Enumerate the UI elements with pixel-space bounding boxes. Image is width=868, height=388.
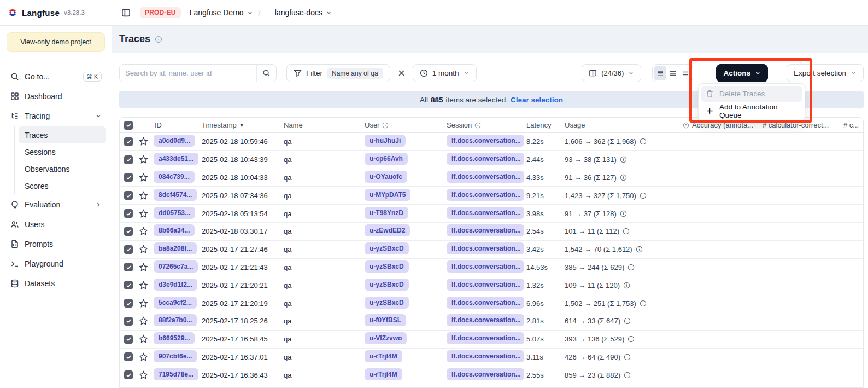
- star-icon[interactable]: [136, 352, 150, 362]
- header-score-misc[interactable]: # c...: [841, 121, 863, 129]
- search-icon[interactable]: [256, 65, 276, 82]
- row-checkbox[interactable]: [124, 137, 133, 146]
- table-row[interactable]: 88f2a7b0... 2025-02-17 18:25:26 qa u-f0Y…: [120, 312, 863, 331]
- header-latency[interactable]: Latency: [524, 121, 561, 129]
- row-checkbox[interactable]: [124, 227, 133, 236]
- session-badge[interactable]: lf.docs.conversation...: [447, 242, 524, 254]
- info-icon[interactable]: [627, 264, 635, 271]
- star-icon[interactable]: [136, 209, 150, 218]
- row-checkbox[interactable]: [124, 209, 133, 218]
- user-badge[interactable]: u-yzSBxcD: [365, 260, 409, 273]
- row-checkbox[interactable]: [124, 335, 133, 344]
- trace-id-badge[interactable]: ba8a208f...: [154, 242, 197, 254]
- info-icon[interactable]: [624, 317, 631, 325]
- star-icon[interactable]: [136, 316, 150, 326]
- row-checkbox[interactable]: [124, 281, 133, 289]
- star-icon[interactable]: [136, 227, 150, 236]
- session-badge[interactable]: lf.docs.conversation...: [447, 350, 524, 362]
- trace-id-badge[interactable]: 8dcf4574...: [154, 189, 197, 201]
- user-badge[interactable]: u-rTrjI4M: [365, 368, 402, 380]
- info-icon[interactable]: [624, 372, 631, 379]
- column-visibility-button[interactable]: (24/36): [582, 64, 641, 82]
- sidebar-item-playground[interactable]: Playground: [5, 254, 106, 274]
- user-badge[interactable]: u-T98YnzD: [365, 207, 408, 219]
- info-icon[interactable]: [624, 354, 631, 361]
- row-height-large-icon[interactable]: [679, 66, 691, 80]
- header-id[interactable]: ID: [150, 121, 201, 129]
- table-row[interactable]: dd05753... 2025-02-18 05:13:54 qa u-T98Y…: [120, 205, 863, 223]
- sidebar-item-sessions[interactable]: Sessions: [19, 143, 106, 160]
- header-timestamp[interactable]: Timestamp ▼: [201, 121, 281, 129]
- star-icon[interactable]: [136, 155, 150, 164]
- trace-id-badge[interactable]: a433de51...: [154, 153, 198, 165]
- clear-filter-button[interactable]: [398, 70, 405, 77]
- info-icon[interactable]: [627, 335, 635, 343]
- info-icon[interactable]: [155, 36, 162, 43]
- session-badge[interactable]: lf.docs.conversation...: [447, 279, 524, 291]
- table-row[interactable]: 7195d78e... 2025-02-17 16:36:43 qa u-rTr…: [120, 366, 863, 384]
- info-icon[interactable]: [640, 300, 647, 307]
- sidebar-item-prompts[interactable]: Prompts: [5, 234, 106, 254]
- star-icon[interactable]: [136, 173, 150, 182]
- user-badge[interactable]: u-yzSBxcD: [365, 279, 409, 291]
- trace-id-badge[interactable]: 88f2a7b0...: [154, 314, 197, 326]
- trace-id-badge[interactable]: b669529...: [154, 332, 195, 344]
- row-checkbox[interactable]: [124, 155, 133, 164]
- info-icon[interactable]: [640, 192, 647, 199]
- info-icon[interactable]: [620, 174, 627, 181]
- star-icon[interactable]: [136, 263, 150, 272]
- user-badge[interactable]: u-yzSBxcD: [365, 297, 409, 309]
- user-badge[interactable]: u-OYauofc: [365, 171, 407, 183]
- sidebar-item-users[interactable]: Users: [5, 215, 106, 234]
- row-height-small-icon[interactable]: [654, 66, 666, 80]
- header-score-calculator[interactable]: # calculator-correct...: [760, 121, 841, 129]
- table-row[interactable]: d3e9d1f2... 2025-02-17 21:20:21 qa u-yzS…: [120, 276, 863, 294]
- user-badge[interactable]: u-cp66Avh: [365, 153, 408, 165]
- session-badge[interactable]: lf.docs.conversation...: [447, 189, 524, 201]
- star-icon[interactable]: [136, 137, 150, 146]
- table-row[interactable]: ba8a208f... 2025-02-17 21:27:46 qa u-yzS…: [120, 241, 863, 259]
- clear-selection-link[interactable]: Clear selection: [511, 96, 563, 104]
- session-badge[interactable]: lf.docs.conversation...: [447, 171, 524, 183]
- header-score-accuracy[interactable]: Accuracy (annota...: [681, 121, 760, 129]
- trace-id-badge[interactable]: dd05753...: [154, 207, 195, 219]
- sidebar-item-datasets[interactable]: Datasets: [5, 274, 106, 293]
- trace-id-badge[interactable]: d3e9d1f2...: [154, 279, 197, 291]
- star-icon[interactable]: [136, 334, 150, 344]
- user-badge[interactable]: u-huJhuJi: [365, 135, 406, 147]
- table-row[interactable]: 07265c7a... 2025-02-17 21:21:43 qa u-yzS…: [120, 259, 863, 277]
- session-badge[interactable]: lf.docs.conversation...: [447, 332, 524, 344]
- star-icon[interactable]: [136, 245, 150, 254]
- info-icon[interactable]: [620, 210, 627, 217]
- sidebar-item-dashboard[interactable]: Dashboard: [5, 86, 106, 106]
- select-all-checkbox[interactable]: [124, 121, 133, 130]
- actions-button[interactable]: Actions: [716, 64, 768, 82]
- trace-id-badge[interactable]: 5cca9cf2...: [154, 297, 197, 309]
- info-icon[interactable]: [636, 246, 643, 253]
- header-session[interactable]: Session: [444, 121, 524, 129]
- row-checkbox[interactable]: [124, 299, 133, 308]
- header-usage[interactable]: Usage: [561, 121, 681, 129]
- row-checkbox[interactable]: [124, 317, 133, 326]
- sidebar-item-tracing[interactable]: Tracing: [5, 106, 106, 126]
- time-range-button[interactable]: 1 month: [413, 64, 477, 82]
- user-badge[interactable]: u-VIZzvwo: [365, 332, 407, 344]
- session-badge[interactable]: lf.docs.conversation...: [447, 368, 524, 380]
- table-row[interactable]: 084c739... 2025-02-18 10:04:33 qa u-OYau…: [120, 169, 863, 187]
- export-selection-button[interactable]: Export selection: [787, 64, 864, 82]
- trace-id-badge[interactable]: 907cbf6e...: [154, 350, 197, 362]
- table-row[interactable]: a433de51... 2025-02-18 10:43:39 qa u-cp6…: [120, 151, 863, 169]
- row-checkbox[interactable]: [124, 263, 133, 271]
- menu-item-add-to-annotation-queue[interactable]: Add to Annotation Queue: [701, 103, 802, 119]
- row-checkbox[interactable]: [124, 191, 133, 200]
- table-row[interactable]: 8b66a34... 2025-02-18 03:30:17 qa u-zEwd…: [120, 223, 863, 241]
- user-badge[interactable]: u-zEwdED2: [365, 224, 410, 236]
- table-row[interactable]: 8dcf4574... 2025-02-18 07:34:36 qa u-MYp…: [120, 187, 863, 205]
- sidebar-item-evaluation[interactable]: Evaluation: [5, 195, 106, 215]
- trace-id-badge[interactable]: 084c739...: [154, 171, 195, 183]
- star-icon[interactable]: [136, 191, 150, 200]
- menu-item-delete-traces[interactable]: Delete Traces: [701, 86, 802, 102]
- user-badge[interactable]: u-f0YfBSL: [365, 314, 406, 326]
- table-row[interactable]: 907cbf6e... 2025-02-17 16:37:01 qa u-rTr…: [120, 349, 863, 367]
- trace-id-badge[interactable]: 8b66a34...: [154, 224, 195, 236]
